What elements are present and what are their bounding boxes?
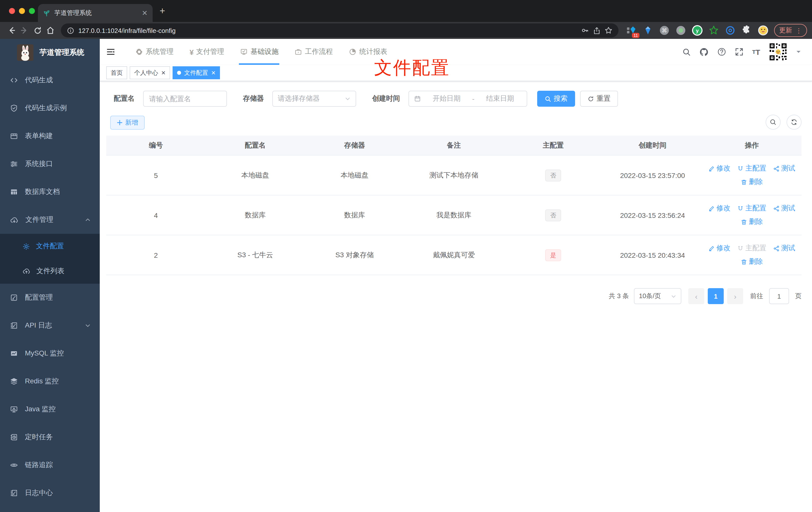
config-name-input[interactable] — [143, 91, 227, 107]
master-config-link-disabled[interactable]: 主配置 — [737, 244, 766, 253]
tag-file-config[interactable]: 文件配置 ✕ — [173, 66, 220, 79]
tab-close-icon[interactable]: ✕ — [142, 9, 148, 17]
extension-gem-icon[interactable] — [642, 24, 654, 36]
test-link[interactable]: 测试 — [773, 204, 795, 213]
topnav-item-statistics[interactable]: 统计报表 — [341, 39, 395, 65]
tag-home[interactable]: 首页 — [106, 66, 127, 79]
master-config-link[interactable]: 主配置 — [737, 204, 766, 213]
sidebar-item-scheduled-tasks[interactable]: 定时任务 — [0, 423, 100, 451]
header-right-icons: TT — [682, 42, 801, 61]
sidebar-item-file-management[interactable]: 文件管理 — [0, 206, 100, 234]
test-link[interactable]: 测试 — [773, 244, 795, 253]
sidebar-item-config-management[interactable]: 配置管理 — [0, 284, 100, 311]
sidebar-item-code-gen-demo[interactable]: 代码生成示例 — [0, 94, 100, 122]
close-icon[interactable]: ✕ — [161, 70, 166, 76]
extension-badge: 11 — [632, 33, 639, 38]
delete-link[interactable]: 删除 — [741, 257, 763, 266]
filter-form: 配置名 存储器 请选择存储器 创建时间 开始日期 - — [114, 91, 812, 107]
extension-command-icon[interactable]: ⌘ — [658, 24, 670, 36]
create-time-range-picker[interactable]: 开始日期 - 结束日期 — [408, 91, 527, 107]
delete-link[interactable]: 删除 — [741, 217, 763, 226]
sidebar-item-log-center[interactable]: 日志中心 — [0, 479, 100, 507]
search-button[interactable]: 搜索 — [537, 91, 575, 107]
password-key-icon[interactable] — [581, 26, 589, 34]
topnav-item-payment[interactable]: ¥ 支付管理 — [181, 39, 232, 65]
avatar[interactable] — [768, 42, 788, 61]
sidebar-item-code-gen[interactable]: 代码生成 — [0, 66, 100, 94]
gear-icon — [23, 243, 30, 250]
share-icon[interactable] — [593, 27, 601, 34]
github-icon[interactable] — [699, 47, 709, 57]
test-link[interactable]: 测试 — [773, 164, 795, 173]
add-button[interactable]: 新增 — [110, 116, 145, 130]
tags-bar: 首页 个人中心 ✕ 文件配置 ✕ — [100, 65, 812, 81]
start-date-placeholder[interactable]: 开始日期 — [425, 94, 468, 103]
forward-icon[interactable] — [18, 24, 31, 37]
toggle-search-button[interactable] — [765, 115, 781, 130]
sidebar-item-db-doc[interactable]: 数据库文档 — [0, 178, 100, 206]
sidebar-item-api-log[interactable]: API 日志 — [0, 311, 100, 339]
refresh-table-button[interactable] — [787, 115, 802, 130]
sidebar-item-file-config[interactable]: 文件配置 — [0, 234, 100, 259]
extension-dot-icon[interactable] — [675, 24, 687, 36]
range-separator: - — [472, 95, 474, 103]
sidebar-item-mysql-monitor[interactable]: MySQL 监控 — [0, 339, 100, 367]
collapse-sidebar-icon[interactable] — [106, 48, 115, 56]
reload-icon[interactable] — [31, 24, 44, 37]
sidebar-logo-row[interactable]: 芋道管理系统 — [0, 39, 100, 66]
browser-tab[interactable]: 芋道管理系统 ✕ — [38, 4, 153, 22]
master-config-link[interactable]: 主配置 — [737, 164, 766, 173]
edit-link[interactable]: 修改 — [708, 244, 730, 253]
prev-page-button[interactable]: ‹ — [688, 288, 704, 304]
home-icon[interactable] — [44, 24, 57, 37]
browser-menu-icon[interactable]: ⋮ — [795, 27, 802, 34]
reset-button[interactable]: 重置 — [580, 91, 618, 107]
sidebar-item-trace[interactable]: 链路追踪 — [0, 451, 100, 479]
close-icon[interactable]: ✕ — [211, 70, 215, 76]
goto-page-input[interactable] — [769, 288, 789, 304]
back-icon[interactable] — [5, 24, 18, 37]
sidebar-item-file-list[interactable]: 文件列表 — [0, 259, 100, 284]
window-close-button[interactable] — [9, 8, 15, 14]
font-size-icon[interactable]: TT — [752, 48, 760, 56]
database-doc-icon — [10, 188, 18, 196]
window-zoom-button[interactable] — [29, 8, 35, 14]
extension-y-icon[interactable]: y — [691, 24, 703, 36]
topnav-item-system[interactable]: 系统管理 — [127, 39, 181, 65]
tag-profile[interactable]: 个人中心 ✕ — [130, 66, 170, 79]
java-monitor-icon — [10, 405, 18, 413]
sidebar-item-form-builder[interactable]: 表单构建 — [0, 122, 100, 150]
avatar-caret-down-icon[interactable] — [796, 49, 801, 54]
page-size-select[interactable]: 10条/页 — [634, 288, 681, 304]
browser-update-button[interactable]: 更新 ⋮ — [774, 24, 807, 37]
url-bar[interactable]: 127.0.0.1:1024/infra/file/file-config — [61, 24, 618, 37]
end-date-placeholder[interactable]: 结束日期 — [478, 94, 522, 103]
page-number-button[interactable]: 1 — [708, 288, 724, 304]
trash-icon — [741, 219, 747, 225]
sidebar-item-system-api[interactable]: 系统接口 — [0, 150, 100, 178]
edit-link[interactable]: 修改 — [708, 204, 730, 213]
fullscreen-icon[interactable] — [735, 48, 744, 56]
goto-label: 前往 — [750, 292, 763, 301]
url-text[interactable]: 127.0.0.1:1024/infra/file/file-config — [78, 27, 577, 34]
topnav-item-workflow[interactable]: 工作流程 — [287, 39, 341, 65]
storage-select[interactable]: 请选择存储器 — [272, 91, 356, 107]
window-minimize-button[interactable] — [19, 8, 25, 14]
help-icon[interactable] — [717, 48, 726, 56]
extension-sketch-icon[interactable]: 11 — [626, 24, 637, 36]
sidebar-item-redis-monitor[interactable]: Redis 监控 — [0, 367, 100, 395]
next-page-button[interactable]: › — [727, 288, 743, 304]
extension-eye-icon[interactable] — [724, 24, 736, 36]
site-info-icon[interactable] — [67, 27, 74, 34]
edit-link[interactable]: 修改 — [708, 164, 730, 173]
bookmark-star-icon[interactable] — [605, 26, 612, 34]
sidebar-item-java-monitor[interactable]: Java 监控 — [0, 395, 100, 423]
extensions-puzzle-icon[interactable] — [741, 24, 753, 36]
search-icon[interactable] — [682, 48, 691, 56]
topnav-item-infrastructure[interactable]: 基础设施 — [232, 39, 287, 65]
delete-link[interactable]: 删除 — [741, 178, 763, 186]
share-nodes-icon — [773, 205, 780, 212]
extension-star-icon[interactable] — [708, 24, 720, 36]
new-tab-button[interactable]: + — [160, 6, 165, 16]
extension-emoji-icon[interactable] — [757, 24, 769, 36]
